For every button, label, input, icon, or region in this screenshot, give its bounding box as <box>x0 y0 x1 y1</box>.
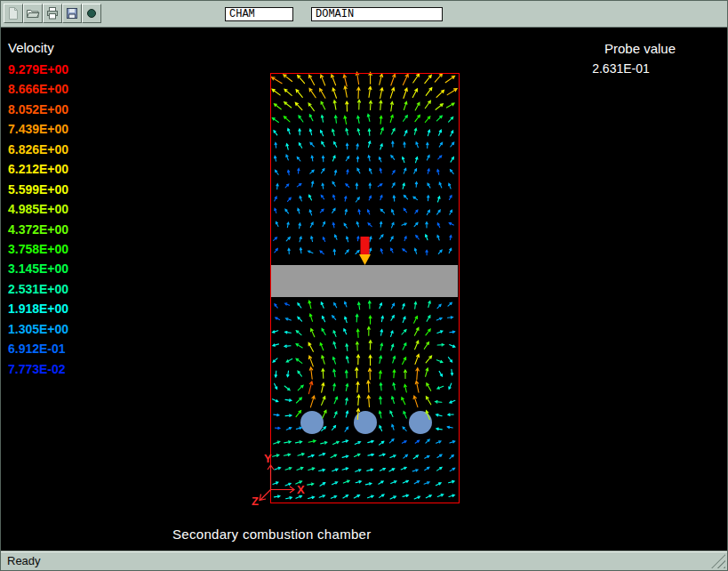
print-button[interactable] <box>43 4 62 23</box>
legend-list: 9.279E+008.666E+008.052E+007.439E+006.82… <box>8 60 68 379</box>
legend-entry: 7.773E-02 <box>8 359 68 379</box>
printer-icon <box>45 6 60 20</box>
z-axis-label: Z <box>252 495 259 508</box>
probe-value: 2.631E-01 <box>583 61 659 76</box>
open-folder-icon <box>26 6 40 20</box>
legend-entry: 1.305E+00 <box>8 319 68 339</box>
probe-value-label: Probe value <box>604 41 676 56</box>
baffle-plate <box>271 265 458 297</box>
record-button[interactable] <box>82 4 101 23</box>
legend-entry: 3.145E+00 <box>8 259 68 278</box>
new-button[interactable] <box>4 4 23 23</box>
legend-entry: 3.758E+00 <box>8 239 68 259</box>
y-axis-label: Y <box>264 452 272 465</box>
record-circle-icon <box>84 6 99 20</box>
legend-entry: 8.666E+00 <box>8 79 68 99</box>
application-window: Velocity 9.279E+008.666E+008.052E+007.43… <box>0 0 728 571</box>
status-text: Ready <box>7 554 41 567</box>
plot-caption: Secondary combustion chamber <box>172 527 372 542</box>
floppy-disk-icon <box>65 6 79 20</box>
legend-entry: 1.918E+00 <box>8 299 68 318</box>
open-button[interactable] <box>23 4 43 23</box>
blank-page-icon <box>6 6 20 20</box>
x-axis-label: X <box>297 483 305 496</box>
legend-entry: 5.599E+00 <box>8 180 68 199</box>
status-bar: Ready <box>1 551 727 570</box>
legend-entry: 7.439E+00 <box>8 119 68 139</box>
legend-entry: 6.912E-01 <box>8 339 68 358</box>
inlet-circle <box>354 411 377 434</box>
inlet-circle <box>409 411 432 434</box>
legend-title: Velocity <box>8 40 54 55</box>
legend-entry: 2.531E+00 <box>8 279 68 299</box>
probe-marker[interactable] <box>359 237 371 265</box>
vector-plot: YXZ <box>1 28 728 552</box>
legend-entry: 9.279E+00 <box>8 60 68 79</box>
save-button[interactable] <box>62 4 82 23</box>
axis-triad: YXZ <box>252 452 305 508</box>
inlet-circle <box>300 411 324 434</box>
domain-field[interactable] <box>311 7 443 21</box>
legend-entry: 6.212E+00 <box>8 159 68 179</box>
legend-entry: 8.052E+00 <box>8 100 68 119</box>
toolbar <box>1 1 727 28</box>
inlet-ports <box>300 411 432 434</box>
graphics-canvas[interactable]: Velocity 9.279E+008.666E+008.052E+007.43… <box>1 28 728 552</box>
resize-grip[interactable] <box>711 554 725 568</box>
legend-entry: 6.826E+00 <box>8 140 68 159</box>
cham-field[interactable] <box>225 7 293 21</box>
legend-entry: 4.372E+00 <box>8 220 68 239</box>
legend-entry: 4.985E+00 <box>8 199 68 219</box>
